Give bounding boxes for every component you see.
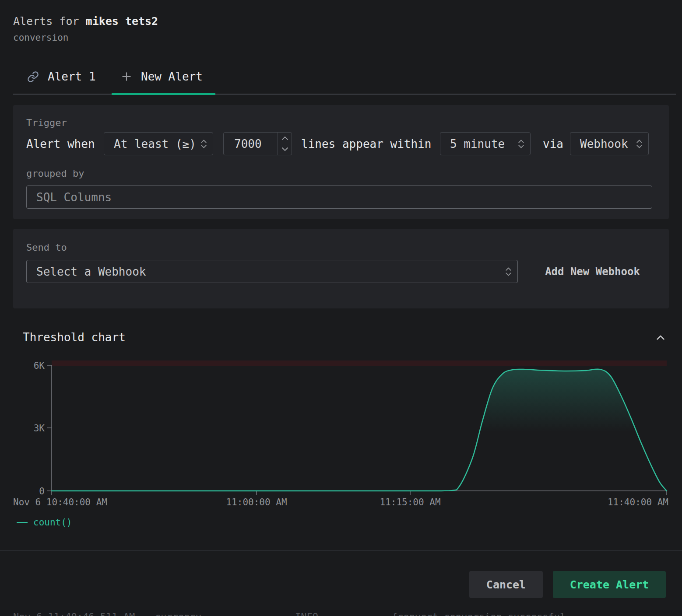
page-title: Alerts for mikes tets2 — [13, 15, 158, 28]
channel-select[interactable]: Webhook — [570, 132, 649, 155]
x-tick-label: 11:40:00 AM — [608, 497, 668, 508]
footer-divider — [0, 550, 682, 551]
stepper-up-icon[interactable] — [278, 133, 292, 144]
updown-chevron-icon — [200, 139, 207, 149]
threshold-chart-title: Threshold chart — [23, 331, 126, 344]
tab-new-alert[interactable]: New Alert — [121, 66, 203, 87]
grouped-by-input[interactable] — [26, 186, 652, 209]
threshold-stepper — [278, 133, 292, 155]
page-subtitle: conversion — [13, 32, 68, 43]
chevron-up-icon[interactable] — [654, 331, 667, 346]
trigger-prefix-text: Alert when — [26, 137, 95, 150]
y-tick-label: 0 — [39, 486, 45, 497]
tab-alert-1-label: Alert 1 — [48, 70, 96, 83]
y-tick-label: 6K — [34, 360, 45, 371]
plus-icon — [121, 71, 132, 82]
stepper-down-icon[interactable] — [278, 144, 292, 155]
condition-select-value: At least (≥) — [114, 137, 196, 150]
legend-line-swatch — [17, 522, 28, 523]
link-icon — [27, 71, 39, 83]
log-level: INFO — [295, 611, 318, 616]
add-new-webhook-button[interactable]: Add New Webhook — [537, 260, 648, 283]
updown-chevron-icon — [636, 139, 643, 149]
grouped-by-label: grouped by — [26, 168, 84, 179]
log-timestamp: Nov 6 11:40:46.511 AM — [13, 611, 135, 616]
trigger-via-text: via — [543, 137, 563, 150]
tab-underline-active — [112, 93, 215, 95]
log-message: {convert conversion successful — [392, 611, 566, 616]
webhook-select-value: Select a Webhook — [36, 265, 146, 278]
threshold-chart: 6K 3K 0 Nov 6 10:40:00 AM 11:00:00 AM 11… — [13, 355, 670, 513]
cancel-button[interactable]: Cancel — [469, 571, 543, 598]
log-service: currency — [155, 611, 201, 616]
page-title-name: mikes tets2 — [86, 15, 158, 28]
chart-legend: count() — [17, 517, 72, 528]
window-select-value: 5 minute — [450, 137, 505, 150]
webhook-select[interactable]: Select a Webhook — [26, 260, 518, 283]
x-tick-label: 11:00:00 AM — [226, 497, 287, 508]
y-tick-label: 3K — [34, 423, 45, 434]
threshold-input[interactable] — [224, 133, 278, 155]
updown-chevron-icon — [505, 266, 512, 277]
page-title-prefix: Alerts for — [13, 15, 86, 28]
trigger-section-label: Trigger — [26, 117, 67, 128]
window-select[interactable]: 5 minute — [440, 132, 531, 155]
send-to-panel: Send to Select a Webhook Add New Webhook — [13, 229, 669, 308]
channel-select-value: Webhook — [580, 137, 628, 150]
x-tick-label: Nov 6 10:40:00 AM — [13, 497, 107, 508]
legend-label: count() — [33, 517, 72, 528]
tab-new-alert-label: New Alert — [141, 70, 203, 83]
tab-alert-1[interactable]: Alert 1 — [27, 66, 96, 87]
threshold-band — [52, 360, 667, 366]
trigger-panel: Trigger Alert when At least (≥) lines ap… — [13, 105, 669, 219]
series-area — [52, 369, 667, 491]
condition-select[interactable]: At least (≥) — [104, 132, 213, 155]
x-tick-label: 11:15:00 AM — [380, 497, 440, 508]
background-log-row: Nov 6 11:40:46.511 AM currency INFO {con… — [0, 610, 682, 616]
threshold-input-group — [223, 132, 292, 155]
create-alert-button[interactable]: Create Alert — [553, 571, 666, 598]
updown-chevron-icon — [517, 139, 525, 149]
trigger-middle-text: lines appear within — [301, 137, 431, 150]
send-to-label: Send to — [26, 242, 67, 253]
